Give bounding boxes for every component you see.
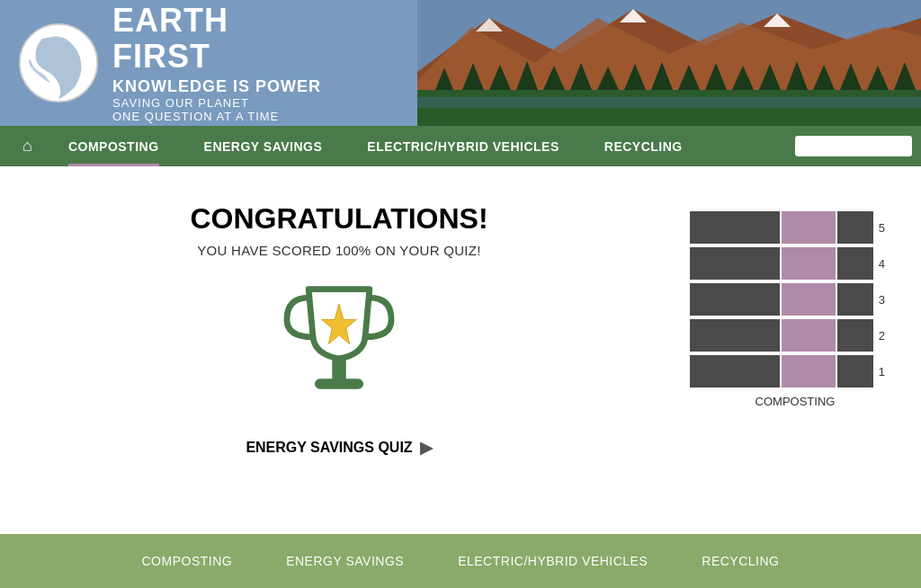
chart-bar-row-5 — [690, 211, 873, 244]
y-label-3: 3 — [879, 283, 885, 316]
footer-item-recycling[interactable]: RECYCLING — [702, 554, 779, 568]
chart-bar-row-3 — [690, 283, 873, 316]
trophy-icon — [276, 276, 402, 411]
main-content: CONGRATULATIONS! YOU HAVE SCORED 100% ON… — [0, 166, 921, 534]
bar-dark2-4 — [837, 247, 873, 280]
bar-dark2-1 — [837, 355, 873, 388]
tagline1: KNOWLEDGE IS POWER — [112, 77, 321, 96]
mountain-svg — [417, 0, 921, 126]
chart-bar-row-1 — [690, 355, 873, 388]
nav-item-energy-savings[interactable]: ENERGY SAVINGS — [182, 126, 345, 166]
bar-dark-3 — [690, 283, 780, 316]
bar-dark-4 — [690, 247, 780, 280]
bar-dark2-3 — [837, 283, 873, 316]
bar-dark-5 — [690, 211, 780, 244]
header-image — [417, 0, 921, 126]
nav-items: COMPOSTING ENERGY SAVINGS ELECTRIC/HYBRI… — [46, 126, 795, 166]
header: EARTH FIRST KNOWLEDGE IS POWER SAVING OU… — [0, 0, 921, 126]
bar-purple-2 — [782, 319, 836, 352]
bar-dark2-2 — [837, 319, 873, 352]
home-icon: ⌂ — [22, 137, 32, 156]
bar-purple-3 — [782, 283, 836, 316]
header-left: EARTH FIRST KNOWLEDGE IS POWER SAVING OU… — [0, 0, 414, 126]
nav: ⌂ COMPOSTING ENERGY SAVINGS ELECTRIC/HYB… — [0, 126, 921, 166]
svg-rect-27 — [417, 97, 921, 108]
y-label-1: 1 — [879, 355, 885, 388]
svg-marker-30 — [322, 304, 357, 344]
nav-item-electric-hybrid[interactable]: ELECTRIC/HYBRID VEHICLES — [344, 126, 581, 166]
quiz-link[interactable]: ENERGY SAVINGS QUIZ ▶ — [246, 438, 432, 458]
play-icon: ▶ — [420, 438, 433, 458]
chart-bar-row-4 — [690, 247, 873, 280]
svg-rect-29 — [315, 379, 363, 389]
svg-rect-28 — [332, 359, 345, 380]
footer-item-composting[interactable]: COMPOSTING — [142, 554, 233, 568]
nav-search-area — [795, 136, 912, 156]
header-subtitle: KNOWLEDGE IS POWER SAVING OUR PLANET ONE… — [112, 77, 321, 123]
nav-item-composting[interactable]: COMPOSTING — [46, 126, 182, 166]
bar-purple-4 — [782, 247, 836, 280]
tagline3: ONE QUESTION AT A TIME — [112, 110, 321, 123]
tagline2: SAVING OUR PLANET — [112, 96, 321, 110]
footer-item-energy-savings[interactable]: ENERGY SAVINGS — [286, 554, 404, 568]
chart-area: 5 4 3 2 1 COMPOSTING — [669, 193, 885, 507]
footer-item-electric-hybrid[interactable]: ELECTRIC/HYBRID VEHICLES — [458, 554, 648, 568]
nav-home-button[interactable]: ⌂ — [9, 137, 46, 156]
header-text: EARTH FIRST KNOWLEDGE IS POWER SAVING OU… — [112, 3, 321, 123]
logo-text: EARTH FIRST — [112, 3, 321, 74]
chart-y-labels: 5 4 3 2 1 — [879, 211, 885, 388]
congrats-title: CONGRATULATIONS! — [190, 202, 487, 236]
globe-icon — [18, 22, 99, 103]
bar-purple-5 — [782, 211, 836, 244]
bar-dark-2 — [690, 319, 780, 352]
y-label-2: 2 — [879, 319, 885, 352]
bar-purple-1 — [782, 355, 836, 388]
quiz-link-label: ENERGY SAVINGS QUIZ — [246, 440, 412, 456]
bar-dark2-5 — [837, 211, 873, 244]
congrats-subtitle: YOU HAVE SCORED 100% ON YOUR QUIZ! — [197, 243, 481, 258]
chart-bars — [690, 211, 873, 388]
search-input[interactable] — [795, 136, 912, 156]
chart-bar-row-2 — [690, 319, 873, 352]
y-label-4: 4 — [879, 247, 885, 280]
bar-dark-1 — [690, 355, 780, 388]
main-left: CONGRATULATIONS! YOU HAVE SCORED 100% ON… — [36, 193, 642, 507]
footer: COMPOSTING ENERGY SAVINGS ELECTRIC/HYBRI… — [0, 534, 921, 588]
chart-caption: COMPOSTING — [705, 395, 885, 408]
y-label-5: 5 — [879, 211, 885, 244]
nav-item-recycling[interactable]: RECYCLING — [582, 126, 705, 166]
trophy-area — [276, 276, 402, 411]
